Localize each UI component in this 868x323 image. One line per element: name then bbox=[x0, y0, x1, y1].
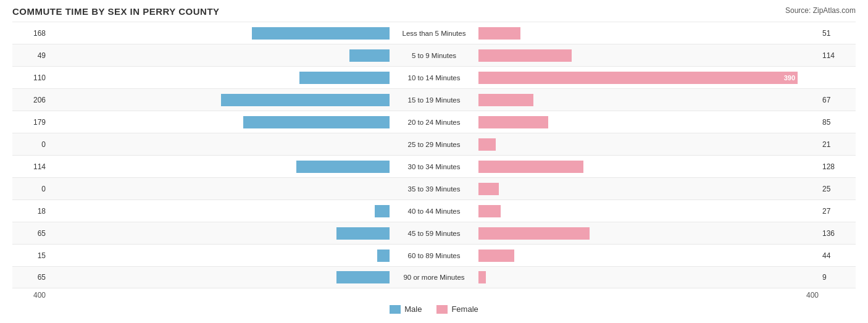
female-bar-wrap bbox=[477, 160, 819, 174]
female-bar bbox=[478, 116, 548, 128]
table-row: 114 30 to 34 Minutes 128 bbox=[12, 155, 856, 177]
row-category-label: 5 to 9 Minutes bbox=[391, 52, 477, 59]
row-category-label: 30 to 34 Minutes bbox=[391, 163, 477, 170]
female-bar-wrap bbox=[477, 271, 819, 284]
axis-row: 400 400 bbox=[12, 291, 856, 300]
table-row: 65 45 to 59 Minutes 136 bbox=[12, 222, 856, 244]
male-bar bbox=[377, 250, 390, 262]
value-male: 65 bbox=[12, 273, 49, 282]
male-bar bbox=[252, 27, 390, 40]
value-female: 67 bbox=[819, 96, 856, 104]
table-row: 18 40 to 44 Minutes 27 bbox=[12, 199, 856, 222]
value-male: 49 bbox=[12, 51, 49, 60]
value-female: 9 bbox=[819, 273, 856, 282]
female-bar bbox=[478, 271, 486, 283]
female-bar-wrap bbox=[477, 182, 819, 196]
female-bar bbox=[478, 27, 520, 40]
female-bar bbox=[478, 49, 572, 62]
value-male: 18 bbox=[12, 207, 49, 216]
value-male: 114 bbox=[12, 162, 49, 171]
female-bar: 390 bbox=[478, 72, 798, 84]
table-row: 0 35 to 39 Minutes 25 bbox=[12, 177, 856, 199]
female-bar bbox=[478, 138, 496, 151]
male-color-box bbox=[390, 305, 401, 314]
male-bar-wrap bbox=[49, 93, 391, 107]
axis-right-label: 400 bbox=[136, 291, 856, 300]
axis-left-label: 400 bbox=[12, 291, 49, 300]
row-category-label: 45 to 59 Minutes bbox=[391, 230, 477, 237]
female-bar bbox=[478, 183, 499, 195]
table-row: 0 25 to 29 Minutes 21 bbox=[12, 133, 856, 155]
row-category-label: 90 or more Minutes bbox=[391, 274, 477, 281]
value-male: 15 bbox=[12, 251, 49, 260]
male-bar bbox=[243, 116, 390, 128]
male-bar-wrap bbox=[49, 249, 391, 262]
value-female: 128 bbox=[819, 162, 856, 171]
female-color-box bbox=[436, 305, 448, 314]
female-bar-wrap bbox=[477, 138, 819, 151]
value-female: 25 bbox=[819, 185, 856, 193]
male-bar bbox=[221, 94, 390, 106]
chart-header: COMMUTE TIME BY SEX IN PERRY COUNTY Sour… bbox=[12, 6, 856, 17]
value-male: 65 bbox=[12, 229, 49, 238]
male-bar-wrap bbox=[49, 71, 391, 85]
female-bar-wrap bbox=[477, 227, 819, 240]
table-row: 168 Less than 5 Minutes 51 bbox=[12, 22, 856, 44]
male-bar bbox=[299, 72, 390, 84]
female-bar-wrap bbox=[477, 27, 819, 40]
male-bar-wrap bbox=[49, 49, 391, 62]
female-bar bbox=[478, 205, 501, 217]
row-category-label: Less than 5 Minutes bbox=[391, 30, 477, 37]
value-female: 136 bbox=[819, 229, 856, 238]
male-bar bbox=[336, 227, 390, 240]
female-bar bbox=[478, 227, 590, 240]
value-female: 85 bbox=[819, 118, 856, 127]
male-bar-wrap bbox=[49, 204, 391, 218]
female-label: Female bbox=[451, 304, 478, 314]
female-bar-wrap bbox=[477, 204, 819, 218]
row-category-label: 60 to 89 Minutes bbox=[391, 252, 477, 259]
value-female: 114 bbox=[819, 51, 856, 60]
value-female: 51 bbox=[819, 29, 856, 38]
female-bar bbox=[478, 250, 514, 262]
female-bar-wrap bbox=[477, 93, 819, 107]
value-male: 179 bbox=[12, 118, 49, 127]
male-bar bbox=[349, 49, 390, 62]
female-bar-wrap bbox=[477, 115, 819, 129]
value-male: 206 bbox=[12, 96, 49, 104]
table-row: 15 60 to 89 Minutes 44 bbox=[12, 244, 856, 266]
female-bar-wrap: 390 bbox=[477, 71, 819, 85]
chart-title: COMMUTE TIME BY SEX IN PERRY COUNTY bbox=[12, 6, 220, 17]
value-female: 44 bbox=[819, 251, 856, 260]
male-bar bbox=[375, 205, 390, 217]
male-bar-wrap bbox=[49, 160, 391, 174]
male-bar-wrap bbox=[49, 27, 391, 40]
row-category-label: 35 to 39 Minutes bbox=[391, 185, 477, 193]
value-male: 110 bbox=[12, 73, 49, 82]
row-category-label: 15 to 19 Minutes bbox=[391, 96, 477, 104]
male-bar bbox=[296, 161, 390, 173]
value-male: 0 bbox=[12, 185, 49, 193]
male-bar-wrap bbox=[49, 227, 391, 240]
row-category-label: 10 to 14 Minutes bbox=[391, 74, 477, 82]
value-female: 27 bbox=[819, 207, 856, 216]
male-bar bbox=[336, 271, 390, 283]
male-bar-wrap bbox=[49, 138, 391, 151]
female-bar-wrap bbox=[477, 249, 819, 262]
legend: Male Female bbox=[12, 304, 856, 314]
chart-area: 168 Less than 5 Minutes 51 49 5 to 9 Min… bbox=[12, 22, 856, 288]
table-row: 49 5 to 9 Minutes 114 bbox=[12, 44, 856, 66]
table-row: 206 15 to 19 Minutes 67 bbox=[12, 88, 856, 111]
value-female: 21 bbox=[819, 140, 856, 149]
female-bar bbox=[478, 94, 533, 106]
legend-female: Female bbox=[436, 304, 478, 314]
legend-male: Male bbox=[390, 304, 422, 314]
row-category-label: 40 to 44 Minutes bbox=[391, 208, 477, 215]
male-bar-wrap bbox=[49, 271, 391, 284]
chart-source: Source: ZipAtlas.com bbox=[785, 6, 856, 15]
value-male: 168 bbox=[12, 29, 49, 38]
table-row: 179 20 to 24 Minutes 85 bbox=[12, 111, 856, 133]
table-row: 65 90 or more Minutes 9 bbox=[12, 266, 856, 288]
table-row: 110 10 to 14 Minutes 390 bbox=[12, 66, 856, 88]
row-category-label: 20 to 24 Minutes bbox=[391, 119, 477, 126]
